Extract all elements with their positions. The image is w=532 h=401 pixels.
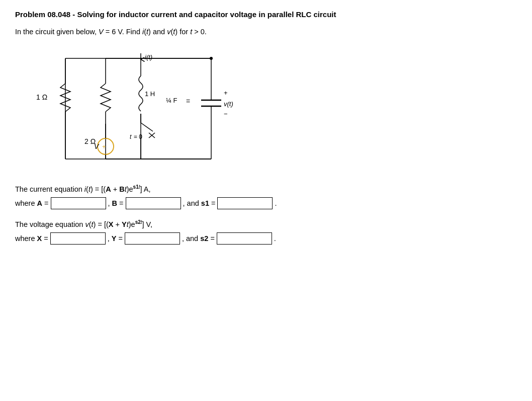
- svg-text:=: =: [186, 97, 190, 105]
- and-s2: , and s2 =: [182, 234, 215, 243]
- current-eq-text: The current equation i(t) = [(A + Bt)es1…: [15, 184, 150, 193]
- voltage-equation-line: The voltage equation v(t) = [(X + Yt)es2…: [15, 219, 517, 228]
- current-equation-line: The current equation i(t) = [(A + Bt)es1…: [15, 184, 517, 193]
- input-Y[interactable]: [125, 232, 180, 245]
- svg-text:+: +: [224, 89, 228, 97]
- current-inputs-line: where A = , B = , and s1 = .: [15, 197, 517, 209]
- svg-text:t: t: [130, 133, 132, 140]
- input-s1[interactable]: [217, 197, 273, 209]
- period1: .: [275, 199, 277, 207]
- svg-text:+: +: [102, 143, 106, 150]
- voltage-inputs-line: where X = , Y = , and s2 = .: [15, 232, 517, 245]
- comma1: , B =: [108, 199, 124, 207]
- where-label-current: where A =: [15, 199, 49, 207]
- problem-description: In the circuit given below, V = 6 V. Fin…: [15, 28, 517, 36]
- input-X[interactable]: [50, 232, 106, 245]
- where-label-voltage: where X =: [15, 234, 48, 243]
- svg-text:= 0: = 0: [134, 133, 142, 140]
- input-A[interactable]: [51, 197, 106, 209]
- svg-text:1 H: 1 H: [145, 90, 155, 98]
- svg-text:i(t): i(t): [145, 53, 152, 61]
- period2: .: [274, 234, 276, 243]
- svg-text:¼ F: ¼ F: [166, 97, 177, 104]
- circuit-diagram: 1 Ω 2 Ω + V 1 H i(t): [30, 48, 241, 169]
- svg-text:1 Ω: 1 Ω: [36, 93, 47, 101]
- svg-line-24: [141, 123, 153, 131]
- comma2: , Y =: [108, 234, 123, 243]
- input-s2[interactable]: [217, 232, 272, 245]
- input-B[interactable]: [126, 197, 181, 209]
- and-s1: , and s1 =: [183, 199, 216, 207]
- svg-text:v(t): v(t): [224, 100, 233, 108]
- page-title: Problem 08.048 - Solving for inductor cu…: [15, 10, 517, 19]
- svg-text:−: −: [224, 110, 228, 118]
- equations-section: The current equation i(t) = [(A + Bt)es1…: [15, 184, 517, 245]
- svg-text:V: V: [94, 142, 100, 150]
- voltage-eq-text: The voltage equation v(t) = [(X + Yt)es2…: [15, 219, 152, 228]
